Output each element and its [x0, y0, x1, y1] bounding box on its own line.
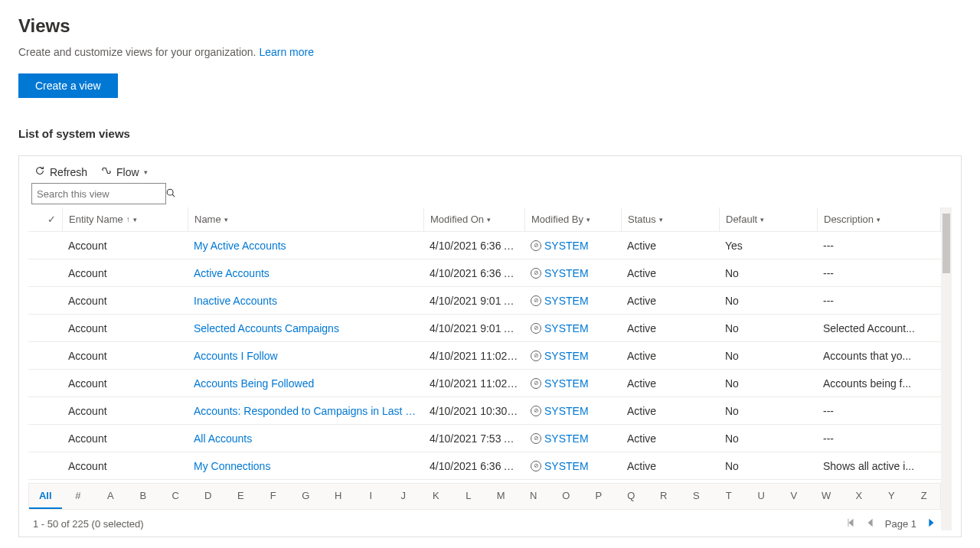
table-row[interactable]: AccountMy Active Accounts4/10/2021 6:36 …	[28, 232, 941, 259]
alpha-p[interactable]: P	[583, 484, 616, 509]
alpha-g[interactable]: G	[289, 484, 322, 509]
alpha-x[interactable]: X	[843, 484, 876, 509]
search-icon[interactable]	[165, 188, 176, 201]
column-header-name[interactable]: Name ▾	[188, 207, 423, 231]
scrollbar-thumb[interactable]	[942, 214, 950, 273]
cell-name-link[interactable]: Selected Accounts Campaigns	[188, 322, 423, 334]
cell-description: Accounts being f...	[817, 377, 941, 390]
alpha-d[interactable]: D	[192, 484, 225, 509]
cell-description: Accounts that yo...	[817, 350, 941, 362]
cell-entity: Account	[62, 240, 188, 252]
alpha-f[interactable]: F	[257, 484, 290, 509]
modified-by-link[interactable]: SYSTEM	[544, 377, 589, 390]
cell-status: Active	[621, 377, 719, 390]
column-header-modified-by[interactable]: Modified By ▾	[524, 207, 621, 231]
cell-modified-by: ⊘SYSTEM	[524, 460, 621, 472]
alpha-h[interactable]: H	[322, 484, 355, 509]
alpha-all[interactable]: All	[29, 484, 62, 509]
next-page-icon[interactable]	[926, 517, 936, 530]
cell-default: No	[719, 405, 817, 417]
modified-by-link[interactable]: SYSTEM	[544, 432, 589, 445]
scrollbar[interactable]	[941, 207, 952, 530]
table-row[interactable]: AccountAccounts Being Followed4/10/2021 …	[28, 370, 941, 397]
record-count: 1 - 50 of 225 (0 selected)	[33, 518, 144, 530]
alpha-u[interactable]: U	[745, 484, 778, 509]
alpha-l[interactable]: L	[452, 484, 485, 509]
cell-modified-by: ⊘SYSTEM	[524, 295, 621, 307]
cell-name-link[interactable]: Active Accounts	[188, 267, 423, 279]
alpha-y[interactable]: Y	[875, 484, 908, 509]
cell-status: Active	[621, 295, 719, 307]
alpha-r[interactable]: R	[648, 484, 681, 509]
modified-by-link[interactable]: SYSTEM	[544, 267, 589, 279]
disabled-icon: ⊘	[531, 268, 541, 279]
cell-modified-on: 4/10/2021 6:36 AM	[423, 460, 524, 472]
cell-name-link[interactable]: Accounts Being Followed	[188, 377, 423, 390]
disabled-icon: ⊘	[531, 378, 541, 389]
cell-name-link[interactable]: Accounts: Responded to Campaigns in Last…	[188, 405, 423, 417]
first-page-icon[interactable]	[845, 517, 856, 530]
modified-by-link[interactable]: SYSTEM	[544, 460, 589, 472]
alpha-b[interactable]: B	[127, 484, 160, 509]
cell-default: No	[719, 295, 817, 307]
alpha-t[interactable]: T	[713, 484, 746, 509]
cell-name-link[interactable]: My Active Accounts	[188, 240, 423, 252]
column-header-status[interactable]: Status ▾	[621, 207, 719, 231]
column-header-description[interactable]: Description ▾	[817, 207, 941, 231]
alpha-o[interactable]: O	[550, 484, 583, 509]
table-row[interactable]: AccountActive Accounts4/10/2021 6:36 AM⊘…	[28, 259, 941, 287]
checkbox-header[interactable]: ✓	[28, 207, 62, 231]
alpha-c[interactable]: C	[159, 484, 192, 509]
table-row[interactable]: AccountSelected Accounts Campaigns4/10/2…	[28, 315, 941, 342]
chevron-down-icon: ▾	[659, 216, 663, 223]
create-view-button[interactable]: Create a view	[18, 73, 118, 98]
cell-modified-by: ⊘SYSTEM	[524, 432, 621, 445]
alpha-k[interactable]: K	[420, 484, 452, 509]
cell-name-link[interactable]: Inactive Accounts	[188, 295, 423, 307]
disabled-icon: ⊘	[531, 406, 541, 416]
alpha-#[interactable]: #	[62, 484, 95, 509]
modified-by-link[interactable]: SYSTEM	[544, 295, 589, 307]
chevron-down-icon: ▾	[877, 216, 880, 223]
modified-by-link[interactable]: SYSTEM	[544, 350, 589, 362]
table-row[interactable]: AccountMy Connections4/10/2021 6:36 AM⊘S…	[28, 452, 941, 480]
alpha-j[interactable]: J	[387, 484, 420, 509]
column-header-entity[interactable]: Entity Name ↑ ▾	[62, 207, 188, 231]
alpha-a[interactable]: A	[94, 484, 127, 509]
cell-entity: Account	[62, 432, 188, 445]
alpha-i[interactable]: I	[354, 484, 387, 509]
alpha-q[interactable]: Q	[615, 484, 648, 509]
table-row[interactable]: AccountAll Accounts4/10/2021 7:53 AM⊘SYS…	[28, 425, 941, 452]
alpha-z[interactable]: Z	[908, 484, 941, 509]
cell-name-link[interactable]: My Connections	[188, 460, 423, 472]
modified-by-link[interactable]: SYSTEM	[544, 240, 589, 252]
alpha-n[interactable]: N	[518, 484, 550, 509]
alpha-m[interactable]: M	[485, 484, 518, 509]
table-row[interactable]: AccountAccounts: Responded to Campaigns …	[28, 397, 941, 425]
learn-more-link[interactable]: Learn more	[259, 46, 314, 58]
cell-description: Selected Account...	[817, 322, 941, 334]
chevron-down-icon: ▾	[760, 216, 764, 223]
modified-by-link[interactable]: SYSTEM	[544, 405, 589, 417]
search-input[interactable]	[37, 188, 165, 200]
alpha-w[interactable]: W	[810, 484, 843, 509]
flow-button[interactable]: Flow ▾	[101, 165, 148, 178]
cell-description: ---	[817, 432, 941, 445]
column-header-modified-on[interactable]: Modified On ▾	[423, 207, 524, 231]
cell-description: ---	[817, 267, 941, 279]
alpha-v[interactable]: V	[778, 484, 811, 509]
refresh-button[interactable]: Refresh	[34, 165, 87, 178]
search-input-container[interactable]	[31, 183, 166, 204]
cell-name-link[interactable]: Accounts I Follow	[188, 350, 423, 362]
cell-entity: Account	[62, 267, 188, 279]
prev-page-icon[interactable]	[865, 517, 876, 530]
cell-modified-on: 4/10/2021 9:01 AM	[423, 322, 524, 334]
modified-by-link[interactable]: SYSTEM	[544, 322, 589, 334]
table-row[interactable]: AccountAccounts I Follow4/10/2021 11:02 …	[28, 342, 941, 370]
table-row[interactable]: AccountInactive Accounts4/10/2021 9:01 A…	[28, 287, 941, 315]
alpha-e[interactable]: E	[224, 484, 257, 509]
chevron-down-icon: ▾	[144, 168, 148, 176]
alpha-s[interactable]: S	[680, 484, 713, 509]
cell-name-link[interactable]: All Accounts	[188, 432, 423, 445]
column-header-default[interactable]: Default ▾	[719, 207, 817, 231]
